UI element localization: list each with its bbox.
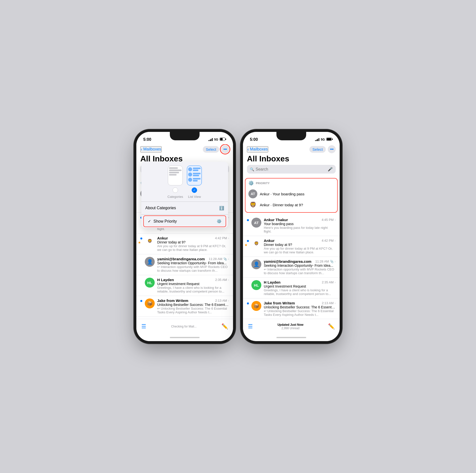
svg-rect-4	[332, 139, 333, 140]
home-indicator-left	[136, 334, 233, 341]
compose-button-right[interactable]: ✏️	[328, 323, 335, 330]
email-preview-left-3: ↩ Interaction opportunity with MVP Rocke…	[157, 265, 229, 272]
email-content-left-2: Ankur 4:42 PM › Dinner today at 9? Are y…	[157, 236, 229, 252]
home-bar-right	[276, 337, 306, 338]
categories-option[interactable]: Categories	[168, 166, 183, 199]
email-item-right-2[interactable]: ★ 🦁 Ankur 4:42 PM › Dinner today at 9? A…	[243, 236, 340, 257]
email-header-left-2: Ankur 4:42 PM ›	[157, 236, 229, 240]
left-phone: 5:00 5G ‹ Mailboxes	[136, 132, 233, 341]
email-item-right-1[interactable]: AT Ankur Thakur 4:45 PM › Your boarding …	[243, 215, 340, 236]
email-subject-right-3: Seeking Interaction Opportunity- From Id…	[264, 264, 336, 267]
nav-actions-right: Select •••	[309, 145, 336, 153]
email-chevron-left-3: ›	[228, 257, 229, 261]
email-header-right-4: H Layden 2:35 AM ›	[264, 280, 336, 284]
email-sender-right-2: Ankur	[264, 238, 274, 243]
bottom-status-right: Updated Just Now 2,998 Unread	[277, 323, 303, 330]
email-item-left-4[interactable]: HL H Layden 2:35 AM › Urgent Investment …	[136, 275, 233, 296]
email-avatar-left-5: 📦	[145, 298, 155, 308]
email-header-right-3: yamini@brandingarea.com 11:28 AM 📎 ›	[264, 259, 336, 264]
email-content-right-1: Ankur Thakur 4:45 PM › Your boarding pas…	[264, 218, 336, 233]
bottom-bar-left: ☰ Checking for Mail... ✏️	[136, 319, 233, 334]
email-meta-right-5: 2:13 AM ›	[322, 301, 336, 305]
email-header-left-3: yamini@brandingarea.com 11:28 AM 📎 ›	[157, 257, 229, 261]
email-content-right-2: Ankur 4:42 PM › Dinner today at 9? Are y…	[264, 238, 336, 254]
battery-icon	[220, 137, 226, 142]
email-preview-left-2: Are you up for dinner today at 9 PM at K…	[157, 244, 229, 252]
email-sender-left-4: H Layden	[157, 278, 174, 282]
email-avatar-right-4: HL	[251, 280, 261, 290]
email-time-right-4: 2:35 AM	[322, 280, 334, 284]
categories-view-icon	[168, 166, 183, 185]
time-right: 5:00	[250, 137, 258, 142]
email-meta-left-3: 11:28 AM 📎 ›	[209, 257, 229, 261]
priority-email-1-right[interactable]: AT Ankur · Your boarding pass	[248, 188, 334, 199]
email-preview-right-5: ↩ Unlocking Bestseller Success: The 6 Es…	[264, 309, 336, 317]
unread-dot-5	[140, 300, 142, 302]
email-chevron-right-5: ›	[335, 301, 336, 305]
filter-button-left[interactable]: ☰	[141, 323, 146, 330]
more-button-left[interactable]: •••	[221, 145, 229, 153]
email-chevron-left-5: ›	[228, 299, 229, 302]
priority-avatar-1-right: AT	[248, 189, 257, 198]
email-avatar-left-4: HL	[145, 278, 155, 288]
email-time-left-5: 2:13 AM	[215, 299, 227, 302]
email-item-right-5[interactable]: 📦 Jake from Writem 2:13 AM › Unlocking B…	[243, 298, 340, 319]
email-meta-right-2: 4:42 PM ›	[322, 239, 336, 242]
select-button-right[interactable]: Select	[309, 146, 326, 153]
email-avatar-right-2: 🦁	[251, 238, 261, 248]
email-content-right-3: yamini@brandingarea.com 11:28 AM 📎 › See…	[264, 259, 336, 275]
listview-option[interactable]: List View	[187, 166, 202, 199]
listview-label: List View	[188, 195, 201, 199]
email-chevron-right-4: ›	[335, 280, 336, 284]
mic-icon-right[interactable]: 🎤	[328, 167, 333, 172]
more-button-right[interactable]: •••	[328, 145, 336, 153]
compose-button-left[interactable]: ✏️	[221, 323, 228, 330]
clip-icon-right-3: 📎	[330, 260, 334, 263]
categories-radio[interactable]	[173, 187, 178, 193]
email-sender-left-2: Ankur	[157, 236, 168, 240]
email-header-right-2: Ankur 4:42 PM ›	[264, 238, 336, 243]
email-item-left-3[interactable]: 👤 yamini@brandingarea.com 11:28 AM 📎 › S…	[136, 254, 233, 275]
email-sender-right-5: Jake from Writem	[264, 301, 295, 305]
checkmark-icon: ✓	[148, 219, 151, 224]
email-subject-left-4: Urgent Investment Request	[157, 282, 229, 286]
email-chevron-left-2: ›	[228, 236, 229, 240]
battery-icon-right	[326, 137, 333, 142]
email-sender-right-3: yamini@brandingarea.com	[264, 259, 311, 264]
priority-avatar-2-right: 🦁	[248, 200, 257, 209]
signal-icon-right	[315, 138, 319, 141]
back-button-right[interactable]: ‹ Mailboxes	[247, 146, 268, 152]
email-item-right-3[interactable]: 👤 yamini@brandingarea.com 11:28 AM 📎 › S…	[243, 257, 340, 278]
select-button-left[interactable]: Select	[203, 146, 219, 153]
status-bar-left: 5:00 5G	[136, 132, 233, 144]
email-chevron-right-2: ›	[335, 239, 336, 242]
email-meta-right-3: 11:28 AM 📎 ›	[315, 260, 336, 263]
right-phone: 5:00 5G ‹ Mailboxes	[243, 132, 340, 341]
priority-icon-right: ⚙️	[248, 180, 254, 186]
email-item-right-4[interactable]: HL H Layden 2:35 AM › Urgent Investment …	[243, 278, 340, 298]
show-priority-item[interactable]: ✓ Show Priority ⚙️	[143, 215, 226, 227]
email-content-left-5: Jake from Writem 2:13 AM › Unlocking Bes…	[157, 298, 229, 314]
filter-button-right[interactable]: ☰	[248, 323, 253, 330]
email-avatar-left-2: 🦁	[145, 236, 155, 246]
unread-dot-2	[140, 237, 142, 239]
email-item-left-2[interactable]: ★ 🦁 Ankur 4:42 PM › Dinner today at 9? A…	[136, 234, 233, 254]
email-time-right-1: 4:45 PM	[322, 218, 333, 222]
email-sender-right-1: Ankur Thakur	[264, 218, 288, 222]
back-button-left[interactable]: ‹ Mailboxes	[140, 146, 162, 152]
listview-radio[interactable]	[192, 187, 197, 193]
email-subject-right-2: Dinner today at 9?	[264, 243, 336, 247]
email-meta-right-4: 2:35 AM ›	[322, 280, 336, 284]
email-content-left-3: yamini@brandingarea.com 11:28 AM 📎 › See…	[157, 257, 229, 272]
search-input-right[interactable]	[256, 167, 326, 172]
email-list-left: AT Ankur Thakur 4:45 PM › Your boarding …	[136, 213, 233, 317]
page-title-right: All Inboxes	[247, 154, 336, 165]
status-icons-left: 5G	[208, 137, 226, 142]
search-bar-right[interactable]: 🔍 🎤	[247, 165, 336, 174]
email-subject-left-5: Unlocking Bestseller Success: The 6 Esse…	[157, 303, 229, 307]
about-categories-item[interactable]: About Categories ℹ️	[141, 203, 228, 213]
email-item-left-5[interactable]: 📦 Jake from Writem 2:13 AM › Unlocking B…	[136, 296, 233, 317]
nav-actions-left: Select •••	[203, 145, 229, 153]
email-preview-right-4: Greetings, I have a client who is lookin…	[264, 288, 336, 296]
priority-email-2-right[interactable]: 🦁 Ankur · Dinner today at 9?	[248, 199, 334, 210]
